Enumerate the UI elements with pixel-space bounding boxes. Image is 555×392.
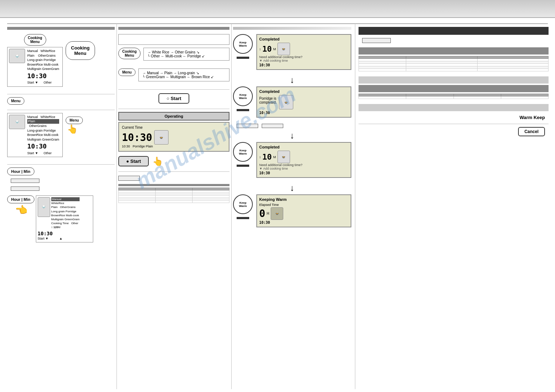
start-btn-1[interactable]: ○ Start (158, 93, 189, 104)
table-row (359, 59, 549, 61)
small-rect-col4 (362, 38, 391, 43)
hdivider-2 (7, 110, 115, 110)
down-arrow-2: ↓ (233, 131, 351, 141)
keep-warm-base-1 (237, 57, 249, 59)
hdivider-1 (7, 94, 115, 94)
small-rect-2 (11, 186, 39, 191)
hdivider-3 (7, 164, 115, 165)
col4-subheader-1 (359, 47, 549, 55)
hand-icon-col2: 👆 (152, 156, 163, 166)
keeping-warm-display: Keeping Warm Elapsed Time 0 H 🍲 10:30 (256, 194, 351, 227)
col2-table-th-2 (156, 188, 193, 190)
hdivider-col4-bottom (359, 124, 549, 124)
col4-table-2 (359, 94, 549, 99)
small-rect-1 (11, 179, 39, 183)
header-bar (0, 0, 555, 18)
rice-icon-3: 🍚 (38, 197, 50, 217)
col4-t2-th-2 (406, 94, 454, 96)
hdivider-col2-2 (118, 109, 229, 109)
hdivider-col2-1 (118, 89, 229, 90)
table-row (359, 96, 549, 99)
menu-btn-2[interactable]: Menu (66, 117, 83, 124)
col2-table (118, 188, 229, 203)
cooking-menu-large-btn[interactable]: CookingMenu (66, 41, 95, 60)
col4-subheader-4 (359, 104, 549, 111)
hour-min-btn-1[interactable]: Hour | Min (7, 167, 34, 175)
table-row (119, 198, 229, 200)
column-2: CookingMenu → White Rice → Other Grains … (118, 27, 229, 203)
small-rect-col2 (118, 176, 140, 181)
rice-icon-completed-1: 🍲 (278, 43, 290, 55)
main-divider (7, 23, 548, 24)
hand-icon-1: 👆 (67, 124, 83, 134)
keep-warm-group-3: KeepWarm Completed ↕ 10 M 🍲 Need additio… (233, 142, 351, 178)
rice-icon-1: 🍚 (9, 49, 25, 63)
hour-min-btn-2[interactable]: Hour | Min (7, 195, 34, 203)
menu-btn-col2[interactable]: Menu (118, 69, 136, 76)
keep-warm-group-2: KeepWarm Completed Porridge iscompleted.… (233, 86, 351, 118)
keep-warm-btn-2[interactable]: KeepWarm (233, 86, 253, 106)
operating-display: Operating (118, 112, 229, 121)
table-row (359, 66, 549, 69)
start-btn-2[interactable]: ● Start (118, 156, 149, 166)
table-row (119, 200, 229, 203)
small-rects-col3 (237, 123, 351, 129)
rice-cooker-operating: 🍲 (154, 130, 169, 145)
col4-subheader-3 (359, 85, 549, 92)
down-arrow-1: ↓ (233, 75, 351, 85)
flow-line-2b: └ GreenGram ← Multigrain ← Brown Rice ↙ (142, 75, 226, 79)
col2-section-bar-top (118, 27, 229, 30)
flow-line-1a: → White Rice → Other Grains ↘ (147, 50, 226, 54)
completed-title-3: Completed (259, 145, 348, 149)
rice-icon-2: 🍚 (9, 115, 25, 129)
rice-icon-keeping-warm: 🍲 (271, 207, 283, 220)
col4-th-3 (477, 56, 548, 59)
column-1: CookingMenu 🍚 Manual WhiteRice Plain Oth… (7, 27, 115, 249)
cancel-button[interactable]: Cancel (518, 127, 545, 136)
keep-warm-base-4 (237, 217, 249, 219)
flow-line-1b: └ Other ← Multi-cook ← Porridge ↙ (147, 54, 226, 58)
col2-table-th-1 (119, 188, 156, 190)
rice-icon-completed-2: 🍲 (279, 95, 293, 109)
column-3: KeepWarm Completed ↕ 10 M 🍲 Need additio… (233, 27, 351, 232)
current-time-display: Current Time 10:30 🍲 10:30 Porridge Plai… (118, 122, 229, 152)
table-row (359, 69, 549, 71)
col2-table-header (118, 184, 229, 186)
warm-keep-label: Warm Keep (359, 115, 549, 120)
keep-warm-btn-4[interactable]: KeepWarm (233, 194, 253, 214)
col-divider-2 (231, 23, 232, 389)
completed-display-1: Completed ↕ 10 M 🍲 Need additional cooki… (256, 34, 351, 70)
keeping-warm-title: Keeping Warm (259, 197, 348, 202)
small-rect-col3-2 (262, 124, 283, 128)
cooking-menu-btn-col2[interactable]: CookingMenu (118, 48, 141, 59)
keep-warm-btn-1[interactable]: KeepWarm (233, 34, 253, 54)
screen-block-1: 🍚 Manual WhiteRice Plain OtherGrains Lon… (7, 47, 63, 87)
flow-line-2a: → Manual → Plain → Long-grain ↘ (142, 71, 226, 75)
col4-t2-th-1 (359, 94, 406, 96)
col4-main-header (359, 27, 549, 35)
completed-title-1: Completed (259, 37, 348, 41)
keep-warm-group-1: KeepWarm Completed ↕ 10 M 🍲 Need additio… (233, 34, 351, 70)
col-divider-3 (355, 23, 355, 389)
small-rect-col3-1 (237, 124, 258, 128)
col4-th-1 (359, 56, 406, 59)
hdivider-col2-3 (118, 171, 229, 172)
col4-t2-th-3 (454, 94, 501, 96)
screen-block-3: 🍚 Manual WhiteRice Plain OtherGrains Lon… (36, 195, 93, 242)
screen-block-2: 🍚 Manual WhiteRice Plain OtherGrains Lon… (7, 113, 63, 157)
cooking-menu-btn-1[interactable]: CookingMenu (24, 34, 46, 46)
down-arrow-3: ↓ (233, 183, 351, 193)
keep-warm-base-3 (237, 165, 249, 167)
table-row (359, 64, 549, 66)
keep-warm-btn-3[interactable]: KeepWarm (233, 142, 253, 162)
flow-box-1: → White Rice → Other Grains ↘ └ Other ← … (143, 48, 229, 61)
menu-btn-1[interactable]: Menu (7, 97, 24, 105)
keep-warm-group-4: KeepWarm Keeping Warm Elapsed Time 0 H 🍲… (233, 194, 351, 227)
completed-title-2: Completed (259, 89, 348, 94)
hand-icon-2: 👈 (15, 204, 28, 216)
rice-icon-completed-3: 🍲 (278, 151, 290, 163)
column-4: Warm Keep Cancel (359, 27, 549, 136)
col2-top-screen (118, 34, 229, 45)
col4-t2-th-4 (501, 94, 548, 96)
col4-subheader-2 (359, 76, 549, 84)
